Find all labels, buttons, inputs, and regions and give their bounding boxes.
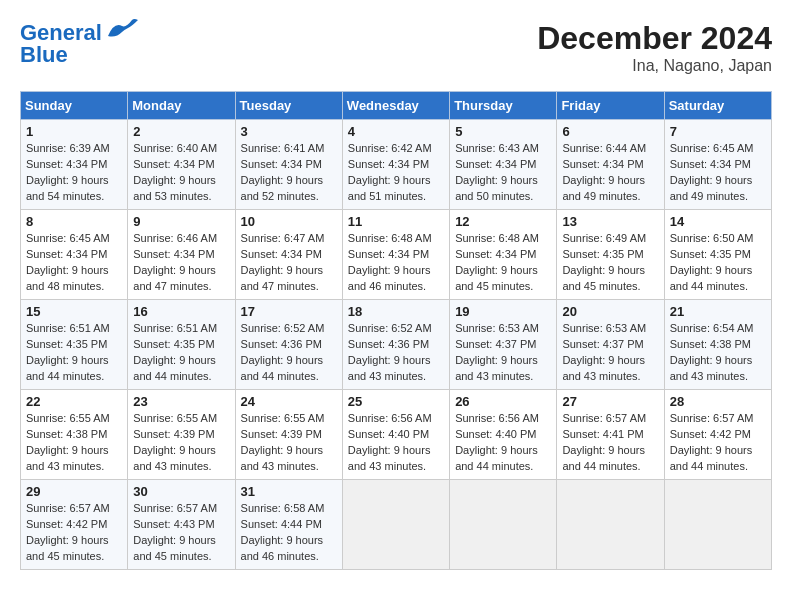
day-detail: Sunrise: 6:56 AMSunset: 4:40 PMDaylight:…: [455, 411, 551, 475]
calendar-cell: 1Sunrise: 6:39 AMSunset: 4:34 PMDaylight…: [21, 120, 128, 210]
day-detail: Sunrise: 6:47 AMSunset: 4:34 PMDaylight:…: [241, 231, 337, 295]
calendar-table: SundayMondayTuesdayWednesdayThursdayFrid…: [20, 91, 772, 570]
calendar-cell: 15Sunrise: 6:51 AMSunset: 4:35 PMDayligh…: [21, 300, 128, 390]
day-number: 1: [26, 124, 122, 139]
calendar-cell: 20Sunrise: 6:53 AMSunset: 4:37 PMDayligh…: [557, 300, 664, 390]
calendar-cell: 18Sunrise: 6:52 AMSunset: 4:36 PMDayligh…: [342, 300, 449, 390]
page-subtitle: Ina, Nagano, Japan: [537, 57, 772, 75]
header-wednesday: Wednesday: [342, 92, 449, 120]
calendar-cell: 3Sunrise: 6:41 AMSunset: 4:34 PMDaylight…: [235, 120, 342, 210]
calendar-cell: 16Sunrise: 6:51 AMSunset: 4:35 PMDayligh…: [128, 300, 235, 390]
day-detail: Sunrise: 6:55 AMSunset: 4:39 PMDaylight:…: [133, 411, 229, 475]
day-detail: Sunrise: 6:43 AMSunset: 4:34 PMDaylight:…: [455, 141, 551, 205]
day-number: 17: [241, 304, 337, 319]
calendar-cell: 22Sunrise: 6:55 AMSunset: 4:38 PMDayligh…: [21, 390, 128, 480]
day-number: 11: [348, 214, 444, 229]
calendar-cell: 11Sunrise: 6:48 AMSunset: 4:34 PMDayligh…: [342, 210, 449, 300]
calendar-cell: 29Sunrise: 6:57 AMSunset: 4:42 PMDayligh…: [21, 480, 128, 570]
calendar-cell: 31Sunrise: 6:58 AMSunset: 4:44 PMDayligh…: [235, 480, 342, 570]
day-detail: Sunrise: 6:54 AMSunset: 4:38 PMDaylight:…: [670, 321, 766, 385]
week-row-5: 29Sunrise: 6:57 AMSunset: 4:42 PMDayligh…: [21, 480, 772, 570]
header-monday: Monday: [128, 92, 235, 120]
calendar-cell: [342, 480, 449, 570]
calendar-cell: 2Sunrise: 6:40 AMSunset: 4:34 PMDaylight…: [128, 120, 235, 210]
day-detail: Sunrise: 6:45 AMSunset: 4:34 PMDaylight:…: [670, 141, 766, 205]
day-number: 3: [241, 124, 337, 139]
day-number: 13: [562, 214, 658, 229]
calendar-cell: 28Sunrise: 6:57 AMSunset: 4:42 PMDayligh…: [664, 390, 771, 480]
day-number: 14: [670, 214, 766, 229]
header-thursday: Thursday: [450, 92, 557, 120]
calendar-cell: 9Sunrise: 6:46 AMSunset: 4:34 PMDaylight…: [128, 210, 235, 300]
header-tuesday: Tuesday: [235, 92, 342, 120]
calendar-cell: 14Sunrise: 6:50 AMSunset: 4:35 PMDayligh…: [664, 210, 771, 300]
day-detail: Sunrise: 6:49 AMSunset: 4:35 PMDaylight:…: [562, 231, 658, 295]
day-number: 15: [26, 304, 122, 319]
day-number: 24: [241, 394, 337, 409]
week-row-3: 15Sunrise: 6:51 AMSunset: 4:35 PMDayligh…: [21, 300, 772, 390]
day-detail: Sunrise: 6:55 AMSunset: 4:39 PMDaylight:…: [241, 411, 337, 475]
day-detail: Sunrise: 6:52 AMSunset: 4:36 PMDaylight:…: [241, 321, 337, 385]
page-title: December 2024: [537, 20, 772, 57]
calendar-cell: 30Sunrise: 6:57 AMSunset: 4:43 PMDayligh…: [128, 480, 235, 570]
day-number: 22: [26, 394, 122, 409]
day-number: 9: [133, 214, 229, 229]
calendar-cell: 12Sunrise: 6:48 AMSunset: 4:34 PMDayligh…: [450, 210, 557, 300]
week-row-2: 8Sunrise: 6:45 AMSunset: 4:34 PMDaylight…: [21, 210, 772, 300]
day-detail: Sunrise: 6:56 AMSunset: 4:40 PMDaylight:…: [348, 411, 444, 475]
day-number: 19: [455, 304, 551, 319]
calendar-cell: 23Sunrise: 6:55 AMSunset: 4:39 PMDayligh…: [128, 390, 235, 480]
day-detail: Sunrise: 6:42 AMSunset: 4:34 PMDaylight:…: [348, 141, 444, 205]
day-number: 6: [562, 124, 658, 139]
day-number: 27: [562, 394, 658, 409]
day-number: 4: [348, 124, 444, 139]
calendar-cell: 13Sunrise: 6:49 AMSunset: 4:35 PMDayligh…: [557, 210, 664, 300]
header-friday: Friday: [557, 92, 664, 120]
day-number: 8: [26, 214, 122, 229]
page-header: General Blue December 2024 Ina, Nagano, …: [20, 20, 772, 75]
logo-blue: Blue: [20, 42, 68, 68]
calendar-cell: 27Sunrise: 6:57 AMSunset: 4:41 PMDayligh…: [557, 390, 664, 480]
day-detail: Sunrise: 6:57 AMSunset: 4:42 PMDaylight:…: [670, 411, 766, 475]
day-detail: Sunrise: 6:40 AMSunset: 4:34 PMDaylight:…: [133, 141, 229, 205]
day-number: 12: [455, 214, 551, 229]
day-number: 28: [670, 394, 766, 409]
day-detail: Sunrise: 6:53 AMSunset: 4:37 PMDaylight:…: [562, 321, 658, 385]
day-detail: Sunrise: 6:55 AMSunset: 4:38 PMDaylight:…: [26, 411, 122, 475]
day-detail: Sunrise: 6:53 AMSunset: 4:37 PMDaylight:…: [455, 321, 551, 385]
day-number: 30: [133, 484, 229, 499]
calendar-cell: 10Sunrise: 6:47 AMSunset: 4:34 PMDayligh…: [235, 210, 342, 300]
calendar-cell: 24Sunrise: 6:55 AMSunset: 4:39 PMDayligh…: [235, 390, 342, 480]
calendar-cell: [664, 480, 771, 570]
day-number: 2: [133, 124, 229, 139]
day-number: 23: [133, 394, 229, 409]
day-detail: Sunrise: 6:51 AMSunset: 4:35 PMDaylight:…: [133, 321, 229, 385]
calendar-cell: 26Sunrise: 6:56 AMSunset: 4:40 PMDayligh…: [450, 390, 557, 480]
day-detail: Sunrise: 6:48 AMSunset: 4:34 PMDaylight:…: [455, 231, 551, 295]
day-number: 5: [455, 124, 551, 139]
day-detail: Sunrise: 6:46 AMSunset: 4:34 PMDaylight:…: [133, 231, 229, 295]
day-detail: Sunrise: 6:51 AMSunset: 4:35 PMDaylight:…: [26, 321, 122, 385]
day-number: 20: [562, 304, 658, 319]
header-sunday: Sunday: [21, 92, 128, 120]
day-number: 31: [241, 484, 337, 499]
calendar-cell: [450, 480, 557, 570]
calendar-cell: 25Sunrise: 6:56 AMSunset: 4:40 PMDayligh…: [342, 390, 449, 480]
day-detail: Sunrise: 6:52 AMSunset: 4:36 PMDaylight:…: [348, 321, 444, 385]
calendar-header-row: SundayMondayTuesdayWednesdayThursdayFrid…: [21, 92, 772, 120]
day-number: 26: [455, 394, 551, 409]
week-row-4: 22Sunrise: 6:55 AMSunset: 4:38 PMDayligh…: [21, 390, 772, 480]
day-detail: Sunrise: 6:57 AMSunset: 4:42 PMDaylight:…: [26, 501, 122, 565]
week-row-1: 1Sunrise: 6:39 AMSunset: 4:34 PMDaylight…: [21, 120, 772, 210]
calendar-cell: 7Sunrise: 6:45 AMSunset: 4:34 PMDaylight…: [664, 120, 771, 210]
day-number: 16: [133, 304, 229, 319]
day-number: 18: [348, 304, 444, 319]
day-detail: Sunrise: 6:57 AMSunset: 4:43 PMDaylight:…: [133, 501, 229, 565]
calendar-cell: 17Sunrise: 6:52 AMSunset: 4:36 PMDayligh…: [235, 300, 342, 390]
day-detail: Sunrise: 6:44 AMSunset: 4:34 PMDaylight:…: [562, 141, 658, 205]
calendar-cell: 19Sunrise: 6:53 AMSunset: 4:37 PMDayligh…: [450, 300, 557, 390]
calendar-cell: [557, 480, 664, 570]
day-detail: Sunrise: 6:58 AMSunset: 4:44 PMDaylight:…: [241, 501, 337, 565]
day-number: 25: [348, 394, 444, 409]
day-detail: Sunrise: 6:50 AMSunset: 4:35 PMDaylight:…: [670, 231, 766, 295]
